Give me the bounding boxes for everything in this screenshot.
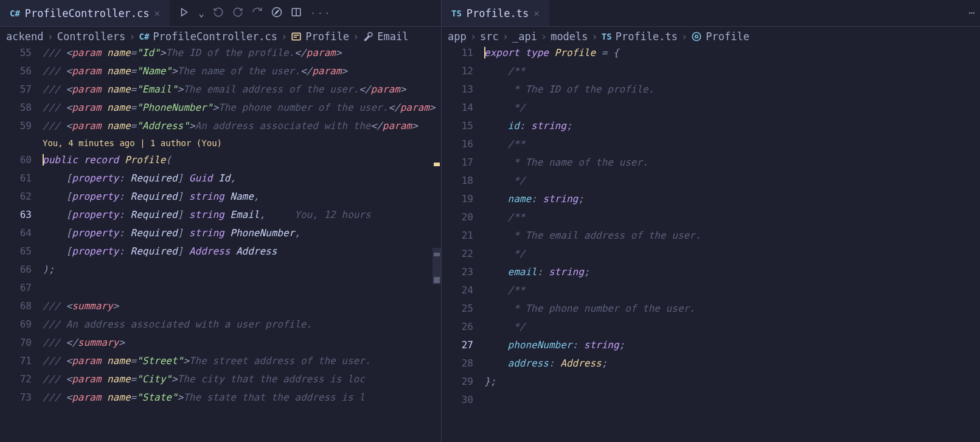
- csharp-file-icon: C#: [10, 9, 20, 18]
- editor-toolbar: ⌄ ···: [170, 0, 340, 26]
- svg-point-10: [693, 32, 701, 41]
- chevron-right-icon: ›: [281, 30, 287, 43]
- chevron-right-icon: ›: [681, 30, 687, 43]
- record-symbol-icon: [291, 31, 302, 42]
- breadcrumb-segment[interactable]: _api: [512, 30, 537, 43]
- breadcrumb-segment[interactable]: src: [480, 30, 499, 43]
- csharp-file-icon: C#: [139, 32, 150, 41]
- undo-icon[interactable]: [213, 7, 224, 20]
- breadcrumb-segment[interactable]: Profile.ts: [616, 30, 678, 43]
- chevron-right-icon: ›: [592, 30, 598, 43]
- tab-bar-right: TS Profile.ts ✕ ⋯: [442, 0, 980, 27]
- refresh-icon[interactable]: [252, 7, 263, 20]
- close-tab-icon[interactable]: ✕: [533, 7, 540, 19]
- property-symbol-icon: [363, 31, 374, 42]
- breadcrumb-segment[interactable]: Profile: [706, 30, 749, 43]
- chevron-right-icon: ›: [353, 30, 359, 43]
- more-icon[interactable]: ⋯: [968, 6, 975, 19]
- breadcrumb-left[interactable]: ackend › Controllers › C# ProfileControl…: [0, 27, 441, 47]
- breadcrumb-segment[interactable]: Controllers: [57, 30, 126, 43]
- tab-title: ProfileController.cs: [25, 7, 150, 19]
- interface-symbol-icon: [691, 31, 702, 42]
- svg-rect-5: [293, 33, 301, 40]
- overview-ruler[interactable]: [433, 47, 441, 442]
- tab-profile-ts[interactable]: TS Profile.ts ✕: [442, 0, 550, 26]
- split-editor-icon[interactable]: [291, 7, 302, 20]
- chevron-right-icon: ›: [47, 30, 53, 43]
- editor-pane-right: TS Profile.ts ✕ ⋯ app › src › _api › mod…: [442, 0, 980, 442]
- svg-marker-0: [182, 9, 187, 16]
- breadcrumb-segment[interactable]: models: [551, 30, 588, 43]
- svg-marker-2: [275, 10, 279, 14]
- breadcrumb-right[interactable]: app › src › _api › models › TS Profile.t…: [442, 27, 980, 47]
- tab-profilecontroller[interactable]: C# ProfileController.cs ✕: [0, 0, 170, 26]
- breadcrumb-segment[interactable]: ProfileController.cs: [153, 30, 277, 43]
- code-editor-right[interactable]: 11export type Profile = {12 /**13 * The …: [442, 47, 980, 442]
- chevron-right-icon: ›: [502, 30, 509, 43]
- run-icon[interactable]: [179, 7, 190, 20]
- breadcrumb-segment[interactable]: Profile: [305, 30, 349, 43]
- typescript-file-icon: TS: [602, 32, 612, 41]
- chevron-down-icon[interactable]: ⌄: [198, 7, 204, 19]
- breadcrumb-segment[interactable]: app: [448, 30, 467, 43]
- breadcrumb-segment[interactable]: Email: [377, 30, 408, 43]
- close-tab-icon[interactable]: ✕: [155, 7, 161, 19]
- chevron-right-icon: ›: [470, 30, 476, 43]
- svg-point-9: [695, 35, 698, 38]
- typescript-file-icon: TS: [451, 9, 462, 18]
- tab-title: Profile.ts: [467, 7, 529, 19]
- tab-bar-left: C# ProfileController.cs ✕ ⌄: [0, 0, 441, 27]
- svg-point-1: [272, 7, 281, 16]
- editor-pane-left: C# ProfileController.cs ✕ ⌄: [0, 0, 442, 442]
- compass-icon[interactable]: [271, 7, 282, 20]
- breadcrumb-segment[interactable]: ackend: [6, 30, 43, 43]
- code-editor-left[interactable]: 55/// <param name="Id">The ID of the pro…: [0, 47, 441, 442]
- redo-icon[interactable]: [232, 7, 243, 20]
- chevron-right-icon: ›: [129, 30, 135, 43]
- chevron-right-icon: ›: [541, 30, 547, 43]
- more-icon[interactable]: ···: [310, 7, 332, 19]
